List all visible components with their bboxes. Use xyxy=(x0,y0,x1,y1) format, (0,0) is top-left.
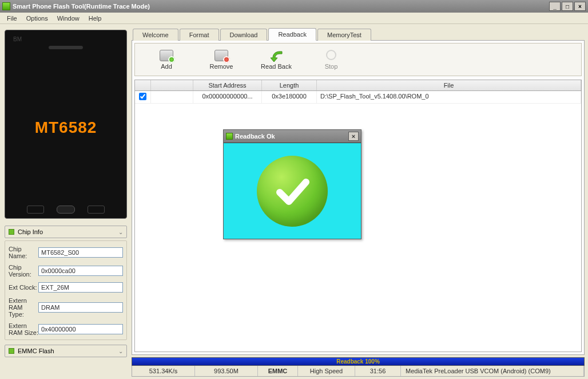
title-bar: Smart Phone Flash Tool(Runtime Trace Mod… xyxy=(0,0,588,13)
emmc-icon xyxy=(9,348,14,354)
tab-format[interactable]: Format xyxy=(180,29,219,41)
status-size: 993.50M xyxy=(195,366,258,376)
dialog-title: Readback Ok xyxy=(235,133,275,140)
chip-name-field[interactable] xyxy=(38,247,123,258)
phone-back-icon xyxy=(88,206,105,214)
row-file: D:\SP_Flash_Tool_v5.1408.00\ROM_0 xyxy=(317,91,581,103)
ram-type-field[interactable] xyxy=(38,302,123,313)
col-length: Length xyxy=(262,80,317,90)
minimize-button[interactable]: _ xyxy=(549,2,561,11)
dialog-titlebar[interactable]: Readback Ok × xyxy=(224,130,361,143)
phone-buttons xyxy=(27,206,105,214)
left-panel: BM MT6582 Chip Info ⌄ Chip Name: Chip Ve… xyxy=(0,24,132,379)
chip-version-field[interactable] xyxy=(38,266,123,276)
row-checkbox[interactable] xyxy=(139,93,146,100)
col-index xyxy=(151,80,193,90)
maximize-button[interactable]: □ xyxy=(562,2,573,11)
readback-ok-dialog: Readback Ok × xyxy=(223,129,361,239)
menu-options[interactable]: Options xyxy=(22,14,53,23)
phone-chip-label: MT6582 xyxy=(35,119,97,137)
col-checkbox xyxy=(135,80,151,90)
remove-icon xyxy=(214,50,228,61)
menu-file[interactable]: File xyxy=(2,14,22,23)
table-row[interactable]: 0x00000000000... 0x3e180000 D:\SP_Flash_… xyxy=(135,91,581,104)
tab-bar: Welcome Format Download Readback MemoryT… xyxy=(133,27,585,40)
ram-size-field[interactable] xyxy=(38,324,123,334)
ram-type-label: Extern RAM Type: xyxy=(9,297,38,318)
collapse-icon: ⌄ xyxy=(118,229,123,235)
status-bar: Readback 100% 531.34K/s 993.50M EMMC Hig… xyxy=(132,357,585,377)
readback-arrow-icon xyxy=(269,50,283,61)
add-button[interactable]: Add xyxy=(141,45,192,74)
chip-version-label: Chip Version: xyxy=(9,264,38,278)
chip-icon xyxy=(9,229,14,235)
chip-info-title: Chip Info xyxy=(18,228,43,235)
phone-home-icon xyxy=(57,206,75,214)
dialog-close-button[interactable]: × xyxy=(348,132,359,141)
dialog-body xyxy=(224,143,361,239)
stop-button[interactable]: Stop xyxy=(305,45,357,74)
ram-size-label: Extern RAM Size: xyxy=(9,322,38,336)
phone-brand: BM xyxy=(13,36,22,42)
status-time: 31:56 xyxy=(355,366,401,376)
emmc-flash-header[interactable]: EMMC Flash ⌄ xyxy=(5,345,127,357)
remove-button[interactable]: Remove xyxy=(196,45,247,74)
row-length: 0x3e180000 xyxy=(262,91,317,103)
tab-download[interactable]: Download xyxy=(220,29,268,41)
menu-window[interactable]: Window xyxy=(53,14,84,23)
menu-help[interactable]: Help xyxy=(84,14,106,23)
row-index xyxy=(151,91,193,103)
status-device: MediaTek PreLoader USB VCOM (Android) (C… xyxy=(401,366,584,376)
chip-info-box: Chip Name: Chip Version: Ext Clock: Exte… xyxy=(5,240,127,340)
menu-bar: File Options Window Help xyxy=(0,13,588,24)
dialog-icon xyxy=(226,133,233,140)
phone-preview: BM MT6582 xyxy=(5,30,127,219)
emmc-flash-title: EMMC Flash xyxy=(18,348,54,354)
chip-info-header[interactable]: Chip Info ⌄ xyxy=(5,226,127,238)
status-speed: 531.34K/s xyxy=(132,366,195,376)
collapse-icon: ⌄ xyxy=(118,348,123,354)
status-mode: High Speed xyxy=(298,366,355,376)
readback-button[interactable]: Read Back xyxy=(251,45,302,74)
ext-clock-label: Ext Clock: xyxy=(9,284,38,291)
tab-welcome[interactable]: Welcome xyxy=(133,29,178,41)
status-storage: EMMC xyxy=(258,366,298,376)
table-header: Start Address Length File xyxy=(135,80,581,91)
success-check-icon xyxy=(257,156,328,227)
phone-menu-icon xyxy=(27,206,44,214)
row-start: 0x00000000000... xyxy=(193,91,262,103)
ext-clock-field[interactable] xyxy=(38,282,123,293)
tab-memorytest[interactable]: MemoryTest xyxy=(317,29,371,41)
col-start-address: Start Address xyxy=(193,80,262,90)
add-icon xyxy=(160,50,173,61)
app-icon xyxy=(2,2,10,10)
chip-name-label: Chip Name: xyxy=(9,246,38,259)
tab-readback[interactable]: Readback xyxy=(268,28,316,41)
progress-bar: Readback 100% xyxy=(132,357,585,366)
close-button[interactable]: × xyxy=(574,2,586,11)
toolbar: Add Remove Read Back Stop xyxy=(134,43,582,76)
col-file: File xyxy=(317,80,581,90)
window-title: Smart Phone Flash Tool(Runtime Trace Mod… xyxy=(13,3,150,10)
stop-icon xyxy=(324,50,338,61)
